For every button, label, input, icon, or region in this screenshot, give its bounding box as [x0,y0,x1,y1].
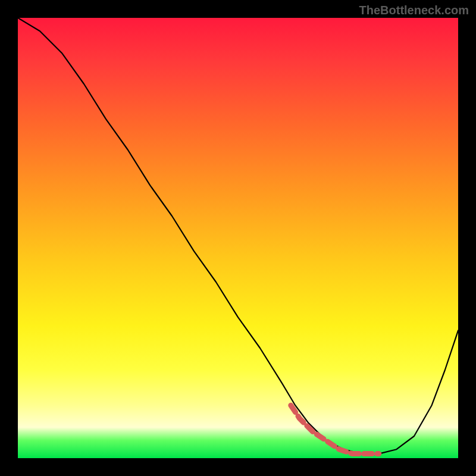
optimal-zone-highlight [291,405,379,453]
chart-svg [18,18,458,458]
bottleneck-curve-line [18,18,458,454]
watermark-text: TheBottleneck.com [359,4,469,17]
chart-plot-area [18,18,458,458]
